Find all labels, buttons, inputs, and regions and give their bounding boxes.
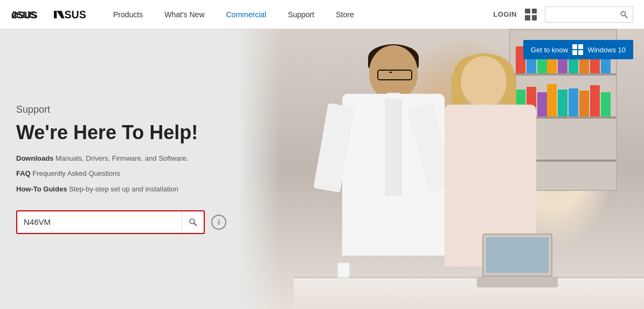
header-search-input[interactable] [545,10,615,18]
support-search-input[interactable] [17,217,182,226]
table-surface [294,277,644,309]
svg-marker-3 [57,10,64,18]
nav-commercial[interactable]: Commercial [226,10,267,19]
nav-products[interactable]: Products [113,10,143,19]
laptop [477,277,558,287]
win-pane-1 [572,44,577,49]
win-pane-2 [578,44,583,49]
feature-downloads-rest: Manuals, Drivers, Firmware, and Software… [53,154,188,162]
svg-point-5 [621,11,625,16]
windows-banner-product: Windows 10 [587,46,626,54]
asus-logo[interactable]: /ISUS ⊘SUS SUS [11,6,97,23]
grid-cell-1 [525,9,530,14]
nav-whats-new[interactable]: What's New [164,10,204,19]
info-icon-label: i [218,217,220,226]
svg-rect-2 [54,10,57,18]
left-content-panel: Support We're Here To Help! Downloads Ma… [0,29,280,309]
header-search-button[interactable] [615,10,633,19]
nav-store[interactable]: Store [336,10,354,19]
grid-menu-icon[interactable] [525,9,537,20]
windows-banner-prefix: Get to know [531,46,568,54]
svg-text:SUS: SUS [65,9,86,20]
support-label: Support [16,104,264,115]
windows-logo-icon [572,44,583,55]
main-headline: We're Here To Help! [16,122,264,143]
feature-downloads: Downloads Manuals, Drivers, Firmware, an… [16,153,264,164]
grid-cell-2 [532,9,537,14]
feature-faq-bold: FAQ [16,169,31,177]
svg-line-6 [625,15,628,18]
windows10-banner[interactable]: Get to know Windows 10 [523,40,633,59]
feature-downloads-bold: Downloads [16,154,53,162]
svg-line-8 [194,223,196,225]
feature-howto-bold: How-To Guides [16,185,67,193]
header-right: LOGIN [493,6,633,23]
site-header: /ISUS ⊘SUS SUS Products What's New Comme… [0,0,644,29]
win-pane-3 [572,50,577,55]
support-search-box [16,210,205,234]
login-button[interactable]: LOGIN [493,10,517,18]
feature-faq: FAQ Frequently Asked Questions [16,168,264,180]
nav-support[interactable]: Support [288,10,314,19]
win-pane-4 [578,50,583,55]
grid-cell-3 [525,15,530,20]
main-nav: Products What's New Commercial Support S… [113,10,493,19]
info-icon[interactable]: i [211,215,226,230]
feature-howto: How-To Guides Step-by-step set up and in… [16,184,264,195]
hero-background [240,29,644,309]
support-search-button[interactable] [182,211,204,233]
search-container: i [16,210,264,234]
svg-text:⊘SUS: ⊘SUS [11,9,38,20]
man-head [369,45,418,99]
grid-cell-4 [532,15,537,20]
header-search-box [545,6,633,23]
feature-howto-rest: Step-by-step set up and installation [67,185,178,193]
feature-faq-rest: Frequently Asked Questions [31,169,120,177]
people-scene [240,29,644,309]
main-content: Support We're Here To Help! Downloads Ma… [0,29,644,309]
woman-head [461,56,507,107]
